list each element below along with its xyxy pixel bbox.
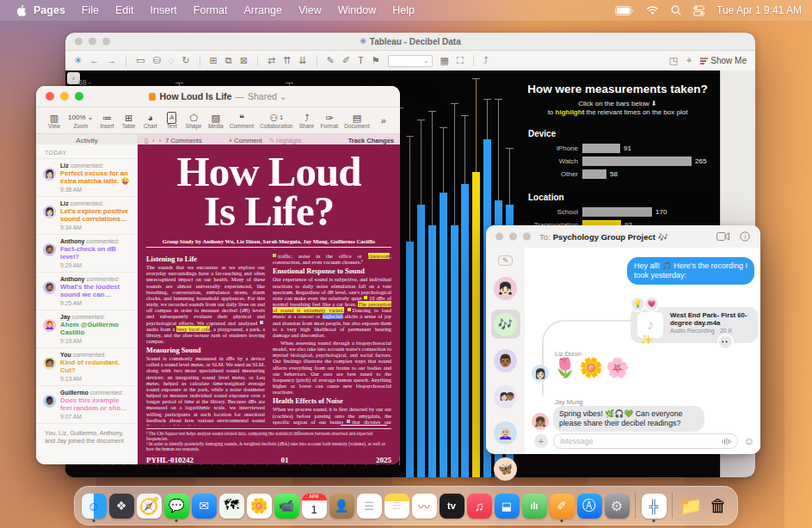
show-me-button[interactable]: Show Me bbox=[700, 56, 747, 65]
comment-item[interactable]: 👩🏻‍🦰Jay commented:Ahem @Guillermo Castil… bbox=[36, 310, 138, 347]
boxplot-bar[interactable] bbox=[451, 225, 458, 477]
zoom-button[interactable] bbox=[102, 38, 110, 46]
track-changes-button[interactable]: Track Changes bbox=[348, 137, 394, 144]
toolbar-document-button[interactable]: ▤Document bbox=[344, 112, 370, 129]
fix-axes-icon[interactable]: ⚑ bbox=[372, 56, 380, 65]
bar-iphone[interactable] bbox=[582, 144, 620, 153]
next-comment-button[interactable]: › bbox=[159, 137, 162, 144]
minimize-button[interactable] bbox=[89, 38, 96, 46]
toolbar-view-button[interactable]: ▥View bbox=[46, 112, 62, 129]
audio-message-icon[interactable] bbox=[722, 438, 731, 445]
bar-other[interactable] bbox=[582, 169, 606, 179]
toolbar-comment-button[interactable]: ❝Comment bbox=[230, 112, 254, 129]
info-icon[interactable]: i bbox=[740, 231, 750, 242]
emoji-message[interactable]: 🌷🌼🌸 bbox=[553, 357, 631, 379]
boxplot-bar[interactable] bbox=[417, 205, 425, 477]
new-worksheet-icon[interactable]: ⊞ bbox=[210, 56, 218, 65]
boxplot-bar[interactable] bbox=[472, 172, 480, 477]
document-canvas[interactable]: How Loud Is Life? Group Study by Anthony… bbox=[138, 144, 400, 464]
messages-window-controls[interactable] bbox=[495, 233, 531, 241]
avatar-liz-memoji[interactable]: 👧🏻 bbox=[491, 273, 520, 303]
toolbar-zoom-button[interactable]: 100% ⌄Zoom bbox=[68, 112, 93, 129]
shared-dropdown[interactable]: Shared ⌄ bbox=[248, 91, 287, 101]
show-cards-icon[interactable]: ▦ bbox=[440, 56, 449, 65]
comment-item[interactable]: 🧑🏽You commented:Kind of redundant. Cut?9… bbox=[36, 347, 138, 385]
back-icon[interactable]: ← bbox=[89, 56, 99, 65]
comment-item[interactable]: 👩🏻Liz commented:Let's explore positive s… bbox=[36, 196, 138, 234]
apple-menu-icon[interactable] bbox=[15, 4, 27, 17]
avatar-butterfly[interactable]: 🦋 bbox=[491, 454, 520, 483]
dock-finder-icon[interactable]: ☺ bbox=[81, 489, 107, 522]
boxplot-bar[interactable] bbox=[461, 184, 469, 477]
dock-messages-icon[interactable]: 💬 bbox=[163, 489, 189, 522]
dock-calendar-icon[interactable]: APR1 bbox=[301, 489, 327, 522]
data-guide-icon[interactable]: ◳ bbox=[669, 56, 678, 65]
boxplot-bar[interactable] bbox=[428, 225, 436, 477]
labels-icon[interactable]: ✐ bbox=[342, 56, 350, 65]
close-button[interactable] bbox=[75, 38, 83, 46]
zoom-button[interactable] bbox=[523, 233, 531, 241]
presentation-mode-icon[interactable]: ⛶ bbox=[457, 56, 464, 65]
tableau-window-controls[interactable] bbox=[75, 38, 110, 46]
panel-icon[interactable]: ▯ bbox=[145, 137, 148, 144]
toolbar-chart-button[interactable]: ◕Chart bbox=[143, 112, 158, 129]
avatar-psychology-group[interactable]: 🎶 bbox=[491, 310, 520, 339]
toolbar-collaboration-button[interactable]: ⚇1Collaboration bbox=[260, 112, 292, 129]
zoom-button[interactable] bbox=[75, 92, 83, 101]
comment-item[interactable]: 🧔🏽Anthony commented:Fact-check on dB lev… bbox=[36, 234, 138, 272]
dock-safari-icon[interactable]: 🧭 bbox=[136, 489, 162, 522]
outgoing-message-bubble[interactable]: Hey all! 🎵 Here's the recording I took y… bbox=[627, 257, 754, 285]
video-call-icon[interactable] bbox=[717, 232, 729, 241]
menu-item-format[interactable]: Format bbox=[194, 4, 228, 16]
dock-keynote-icon[interactable]: ⬓ bbox=[494, 489, 520, 522]
incoming-message-bubble[interactable]: Spring vibes! 🌿🎧💚 Can everyone please sh… bbox=[553, 406, 704, 432]
dock-app-store-icon[interactable]: Ⓐ bbox=[576, 489, 602, 522]
add-comment-button[interactable]: + Comment bbox=[229, 137, 262, 144]
search-icon[interactable] bbox=[671, 5, 681, 15]
close-button[interactable] bbox=[495, 233, 503, 241]
toolbar-text-button[interactable]: AText bbox=[164, 112, 180, 129]
new-data-source-icon[interactable]: ⛁ bbox=[153, 56, 161, 65]
dock-mail-icon[interactable]: ✉ bbox=[191, 489, 217, 522]
dock-music-icon[interactable]: ♫ bbox=[466, 489, 492, 522]
save-icon[interactable]: ▭ bbox=[136, 56, 145, 65]
dock-freeform-icon[interactable]: 〰 bbox=[411, 489, 437, 522]
highlight-icon[interactable]: ✎ bbox=[327, 56, 335, 65]
bar-school[interactable] bbox=[582, 207, 652, 217]
toolbar-table-button[interactable]: ⊞Table bbox=[121, 112, 137, 129]
menu-item-file[interactable]: File bbox=[82, 4, 99, 16]
clear-sheet-icon[interactable]: ⊠ bbox=[240, 56, 248, 65]
duplicate-icon[interactable]: ⧉ bbox=[225, 56, 232, 65]
highlight-button[interactable]: ✎ Highlight bbox=[269, 137, 302, 144]
prev-comment-button[interactable]: ‹ bbox=[152, 137, 155, 144]
compose-icon[interactable]: ✎ bbox=[498, 255, 513, 266]
pause-updates-icon[interactable]: ◌ bbox=[169, 56, 175, 65]
toolbar-format-button[interactable]: ✑Format bbox=[321, 112, 339, 129]
sort-ascending-icon[interactable]: ⇈ bbox=[283, 56, 291, 65]
tapback-heart[interactable]: 💗 bbox=[643, 296, 660, 312]
toolbar-insert-button[interactable]: ≔Insert bbox=[100, 112, 115, 129]
dock-launchpad-icon[interactable]: ❖ bbox=[108, 489, 134, 522]
avatar-grandma-memoji[interactable]: 👩🏼‍🦳 bbox=[491, 418, 520, 447]
bar-watch[interactable] bbox=[582, 157, 692, 166]
comment-item[interactable]: 🧔🏽Anthony commented:What's the loudest s… bbox=[36, 272, 138, 310]
run-updates-icon[interactable]: ↻ bbox=[181, 56, 189, 65]
fit-dropdown[interactable]: ⌄ bbox=[388, 55, 433, 67]
menu-item-window[interactable]: Window bbox=[338, 4, 376, 16]
message-input[interactable]: iMessage bbox=[553, 433, 738, 449]
menu-bar-clock[interactable]: Tue Apr 1 9:41 AM bbox=[717, 4, 802, 16]
toolbar-media-button[interactable]: ▨Media bbox=[208, 112, 224, 129]
menu-item-view[interactable]: View bbox=[298, 4, 322, 16]
dock-system-settings-icon[interactable]: ⚙ bbox=[604, 489, 630, 522]
add-attachment-button[interactable]: + bbox=[534, 434, 548, 448]
swap-axes-icon[interactable]: ⇄ bbox=[268, 56, 275, 65]
comment-item[interactable]: 👨🏿Guillermo commented:Does this example … bbox=[36, 385, 138, 423]
menu-item-help[interactable]: Help bbox=[392, 4, 415, 16]
tableau-logo-icon[interactable]: ✳ bbox=[74, 56, 82, 65]
pages-window-controls[interactable] bbox=[46, 92, 83, 101]
menu-item-insert[interactable]: Insert bbox=[151, 4, 177, 16]
show-mark-labels-icon[interactable]: T bbox=[358, 56, 364, 65]
avatar-group-duo[interactable]: 👩🏻👦🏽 bbox=[491, 382, 520, 411]
format-workbook-icon[interactable]: ⌖ bbox=[686, 56, 692, 65]
control-center-icon[interactable] bbox=[693, 5, 704, 16]
